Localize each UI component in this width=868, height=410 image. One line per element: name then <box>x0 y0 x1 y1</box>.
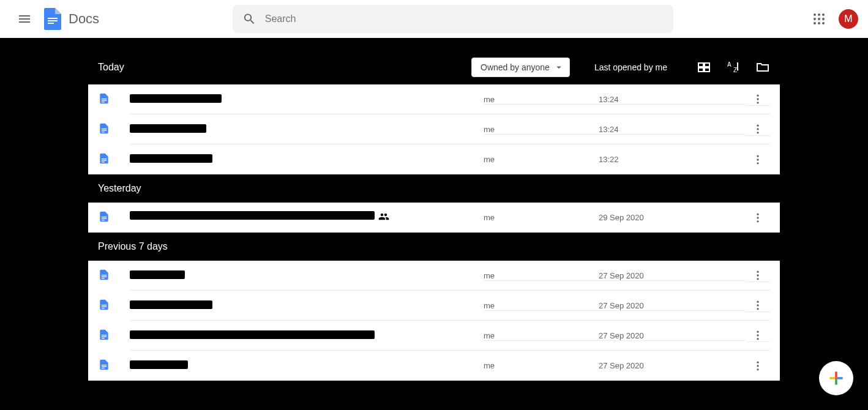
doc-more-button[interactable] <box>746 329 770 342</box>
svg-rect-66 <box>835 377 837 379</box>
svg-rect-58 <box>102 368 105 368</box>
svg-point-42 <box>757 274 758 276</box>
doc-row[interactable]: me13:24 <box>88 84 780 114</box>
doc-row[interactable]: me29 Sep 2020 <box>88 203 780 233</box>
svg-point-9 <box>814 22 816 24</box>
main-menu-button[interactable] <box>10 4 39 34</box>
search-bar[interactable] <box>233 5 673 33</box>
hamburger-icon <box>17 12 32 26</box>
docs-file-icon <box>98 92 113 107</box>
svg-rect-0 <box>48 18 58 19</box>
open-file-picker-button[interactable] <box>755 60 770 75</box>
doc-title <box>130 211 484 224</box>
grid-view-button[interactable] <box>697 60 711 75</box>
doc-owner: me <box>484 301 599 311</box>
header-right: M <box>807 7 858 31</box>
doc-more-button[interactable] <box>746 212 770 224</box>
svg-rect-39 <box>102 276 107 277</box>
owner-filter-dropdown[interactable]: Owned by anyone <box>471 58 570 77</box>
docs-file-icon <box>98 329 113 343</box>
apps-grid-icon <box>812 12 826 26</box>
doc-date: 27 Sep 2020 <box>599 361 746 370</box>
svg-rect-52 <box>102 338 105 338</box>
svg-point-25 <box>757 132 758 133</box>
new-document-fab[interactable] <box>819 361 853 395</box>
svg-rect-45 <box>102 306 107 307</box>
svg-rect-63 <box>837 377 843 379</box>
search-input[interactable] <box>265 13 664 24</box>
svg-point-24 <box>757 128 758 130</box>
sort-label: Last opened by me <box>594 62 667 72</box>
svg-rect-57 <box>102 366 107 367</box>
doc-row[interactable]: me27 Sep 2020 <box>88 351 780 381</box>
doc-more-button[interactable] <box>746 299 770 312</box>
doc-title <box>130 270 484 281</box>
doc-more-button[interactable] <box>746 269 770 282</box>
doc-date: 13:24 <box>599 125 746 135</box>
folder-icon <box>755 60 770 75</box>
sort-az-icon: AZ <box>726 60 741 75</box>
svg-rect-21 <box>102 130 107 130</box>
doc-row[interactable]: me27 Sep 2020 <box>88 291 780 321</box>
list-toolbar: Today Owned by anyone Last opened by me … <box>88 50 780 84</box>
doc-title <box>130 154 484 165</box>
doc-title <box>130 330 484 341</box>
svg-rect-15 <box>102 100 107 100</box>
svg-rect-33 <box>102 218 107 218</box>
docs-logo-icon <box>42 8 64 30</box>
grid-view-icon <box>697 60 711 75</box>
doc-owner: me <box>484 125 599 135</box>
account-avatar[interactable]: M <box>839 9 858 29</box>
doc-list-previous7: me27 Sep 2020me27 Sep 2020me27 Sep 2020m… <box>88 261 780 381</box>
svg-point-11 <box>822 22 825 24</box>
svg-rect-2 <box>48 23 54 24</box>
doc-title <box>130 124 484 135</box>
app-name: Docs <box>69 11 99 27</box>
section-yesterday-label: Yesterday <box>88 174 780 203</box>
google-apps-button[interactable] <box>807 7 831 31</box>
doc-more-button[interactable] <box>746 360 770 372</box>
svg-point-18 <box>757 98 758 100</box>
doc-title <box>130 94 484 105</box>
logo[interactable]: Docs <box>42 8 99 30</box>
svg-rect-27 <box>102 160 107 160</box>
svg-rect-50 <box>102 335 107 335</box>
doc-row[interactable]: me27 Sep 2020 <box>88 261 780 291</box>
svg-point-35 <box>757 213 758 215</box>
svg-rect-56 <box>102 365 107 365</box>
dropdown-arrow-icon <box>553 62 564 73</box>
svg-rect-14 <box>102 99 107 99</box>
svg-point-47 <box>757 301 758 303</box>
svg-rect-22 <box>102 132 105 132</box>
doc-row[interactable]: me13:24 <box>88 114 780 144</box>
doc-row[interactable]: me27 Sep 2020 <box>88 321 780 351</box>
svg-point-6 <box>814 18 816 20</box>
svg-point-54 <box>757 334 758 336</box>
doc-more-button[interactable] <box>746 93 770 106</box>
docs-file-icon <box>98 152 113 167</box>
main-area: Today Owned by anyone Last opened by me … <box>0 38 868 410</box>
svg-point-29 <box>757 155 758 157</box>
svg-point-43 <box>757 278 758 280</box>
shared-icon <box>378 214 389 224</box>
avatar-letter: M <box>844 13 852 24</box>
svg-point-3 <box>814 13 816 16</box>
doc-date: 13:22 <box>599 155 746 164</box>
search-container <box>99 5 807 33</box>
doc-more-button[interactable] <box>746 123 770 136</box>
sort-options-button[interactable]: AZ <box>726 60 741 75</box>
doc-title <box>130 300 484 311</box>
doc-date: 27 Sep 2020 <box>599 331 746 341</box>
doc-owner: me <box>484 213 599 222</box>
svg-point-10 <box>818 22 820 24</box>
svg-rect-40 <box>102 278 105 278</box>
svg-text:Z: Z <box>733 67 737 73</box>
doc-more-button[interactable] <box>746 154 770 166</box>
doc-owner: me <box>484 331 599 341</box>
search-icon <box>242 12 256 26</box>
svg-rect-1 <box>48 20 58 21</box>
svg-text:A: A <box>727 61 731 68</box>
doc-row[interactable]: me13:22 <box>88 144 780 174</box>
docs-file-icon <box>98 122 113 137</box>
doc-list-yesterday: me29 Sep 2020 <box>88 203 780 233</box>
